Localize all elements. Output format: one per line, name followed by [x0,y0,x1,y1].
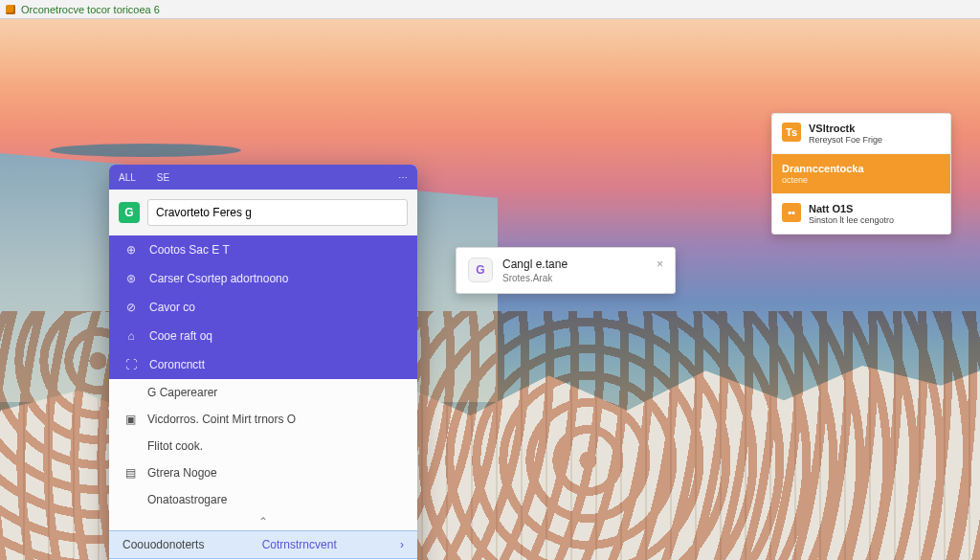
menu-item[interactable]: ⌂ Cooe raft oq [109,322,417,350]
notification-body: Natt O1S Sinston lt lee cengotro [809,203,894,225]
menu-item-highlighted[interactable]: Coouodonoterts Cotrnstrncvent › [109,530,417,559]
wallpaper-island [50,144,241,157]
menu-item-label: G Caperearer [147,386,217,399]
notification-subtitle: Rereysot Foe Frige [809,135,882,145]
menu-item-label: Cooe raft oq [149,329,212,343]
menu-item-label: Cootos Sac E T [149,243,230,257]
menu-item[interactable]: Onatoastrogare [109,486,417,513]
menu-item[interactable]: ⛶ Coroncnctt [109,350,417,379]
menu-item[interactable]: Flitot cook. [109,433,417,459]
notification-item-accent[interactable]: Drannccentocka octene [772,153,950,193]
app-icon: •• [782,203,801,222]
list-icon: ▤ [122,466,138,480]
square-icon: ▣ [122,413,138,426]
menu-collapse-up[interactable]: ⌃ [109,513,417,530]
notification-item[interactable]: •• Natt O1S Sinston lt lee cengotro [772,193,950,234]
circle-dot-icon: ⊛ [124,272,138,285]
menu-item[interactable]: ▤ Gtrera Nogoe [109,459,417,486]
menu-item-label: Coroncnctt [149,358,205,371]
menu-item-label: Coouodonoterts [122,538,204,551]
menu-item[interactable]: ⊛ Carser Csortep adortnoono [109,264,417,293]
menu-item-label: Vicdorros. Coint Mirt trnors O [147,413,296,426]
app-icon: G [468,258,493,282]
notification-title: Drannccentocka [782,163,864,174]
menu-item[interactable]: ⊘ Cavor co [109,293,417,322]
notification-title: Natt O1S [809,203,894,214]
home-icon: ⌂ [124,329,138,343]
notification-body: VSltroctk Rereysot Foe Frige [809,123,882,145]
circle-plus-icon: ⊕ [124,243,138,257]
notification-subtitle: Sinston lt lee cengotro [809,215,894,225]
menu-header-left[interactable]: ALL [119,172,136,183]
menu-header: ALL SE ⋯ [109,165,417,190]
menu-item-label: Onatoastrogare [147,493,227,506]
window-titlebar: Orconetrocve tocor toricoea 6 [0,0,980,19]
notification-card[interactable]: G Cangl e.tane Srotes.Arak × [456,247,676,294]
menu-item[interactable]: ▣ Vicdorros. Coint Mirt trnors O [109,406,417,433]
notification-body: Drannccentocka octene [782,163,864,185]
menu-item[interactable]: ⊕ Cootos Sac E T [109,235,417,264]
menu-search-row: G [109,190,417,235]
notification-item[interactable]: Ts VSltroctk Rereysot Foe Frige [772,114,950,153]
notification-title: Cangl e.tane [502,258,568,271]
notification-subtitle: octene [782,175,864,185]
menu-item-label: Cavor co [149,301,195,314]
close-icon[interactable]: × [657,258,663,271]
start-menu[interactable]: ALL SE ⋯ G ⊕ Cootos Sac E T ⊛ Carser Cso… [109,165,417,560]
app-icon: Ts [782,123,801,142]
window-icon [6,5,15,14]
menu-item-label: Gtrera Nogoe [147,466,217,480]
menu-header-mid[interactable]: SE [157,172,169,183]
chevron-up-icon: ⌃ [258,515,268,528]
chevron-right-icon: › [400,538,404,551]
notification-title: VSltroctk [809,123,882,134]
menu-item-shortcut: Cotrnstrncvent [262,538,337,551]
search-badge-icon: G [119,202,140,223]
window-title: Orconetrocve tocor toricoea 6 [21,4,160,15]
notification-subtitle: Srotes.Arak [502,273,568,283]
menu-item[interactable]: G Caperearer [109,379,417,406]
search-input[interactable] [147,199,408,226]
notification-body: Cangl e.tane Srotes.Arak [502,258,568,283]
notification-stack: Ts VSltroctk Rereysot Foe Frige Dranncce… [771,113,951,235]
menu-item-label: Flitot cook. [147,439,203,453]
circle-slash-icon: ⊘ [124,301,138,314]
expand-icon: ⛶ [124,358,138,371]
menu-item-label: Carser Csortep adortnoono [149,272,288,285]
menu-header-right[interactable]: ⋯ [398,172,408,183]
